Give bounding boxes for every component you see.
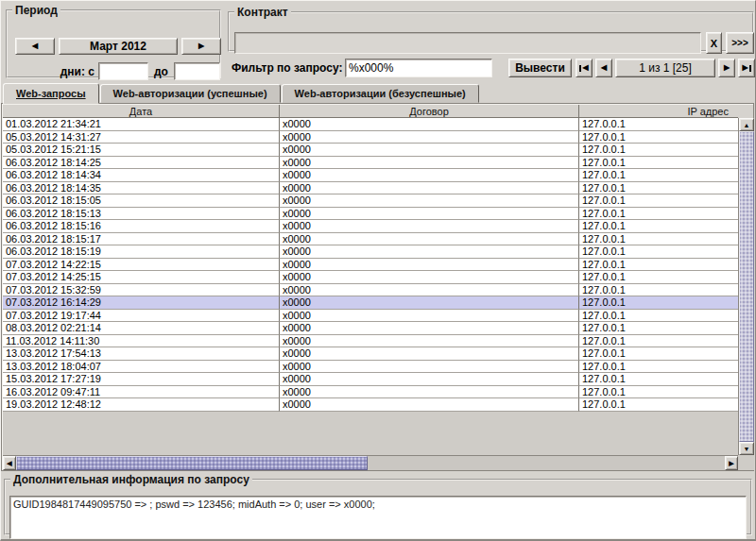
table-cell: 07.03.2012 14:22:15 (3, 259, 280, 272)
prev-page-button[interactable]: ◀ (595, 59, 612, 77)
table-cell: 127.0.0.1 (579, 182, 738, 195)
column-header-date[interactable]: Дата (3, 105, 280, 118)
table-cell: 127.0.0.1 (579, 322, 738, 335)
tab-web-auth-failed[interactable]: Web-авторизации (безуспешные) (282, 84, 479, 103)
vertical-scrollbar-thumb[interactable] (739, 131, 754, 442)
table-cell: 08.03.2012 02:21:14 (3, 322, 280, 335)
table-row[interactable]: 06.03.2012 18:15:17x0000127.0.0.1 (3, 233, 738, 246)
table-cell: 127.0.0.1 (579, 335, 738, 348)
table-cell: x0000 (280, 347, 579, 361)
table-cell: 19.03.2012 12:48:12 (3, 398, 280, 412)
table-row[interactable]: 07.03.2012 14:25:15x0000127.0.0.1 (3, 271, 738, 284)
last-page-button[interactable]: ▶ (738, 59, 755, 77)
table-cell: x0000 (280, 398, 579, 412)
table-cell: 127.0.0.1 (579, 373, 738, 386)
contract-browse-button[interactable]: >>> (726, 32, 754, 54)
scrollbar-corner (738, 455, 754, 470)
days-to-input[interactable] (174, 62, 220, 80)
table-row[interactable]: 06.03.2012 18:14:35x0000127.0.0.1 (3, 182, 738, 195)
days-from-input[interactable] (98, 62, 148, 80)
table-cell: x0000 (280, 284, 579, 297)
table-row[interactable]: 06.03.2012 18:15:19x0000127.0.0.1 (3, 245, 738, 259)
tab-web-auth-success[interactable]: Web-авторизации (успешные) (100, 84, 281, 103)
table-row[interactable]: 06.03.2012 18:15:13x0000127.0.0.1 (3, 208, 738, 221)
table-row[interactable]: 01.03.2012 21:34:21x0000127.0.0.1 (3, 118, 738, 131)
table-cell: 127.0.0.1 (579, 208, 738, 221)
table-row[interactable]: 07.03.2012 14:22:15x0000127.0.0.1 (3, 259, 738, 272)
table-row[interactable]: 05.03.2012 15:21:15x0000127.0.0.1 (3, 144, 738, 157)
scroll-left-button[interactable]: ◀ (3, 456, 16, 470)
table-row[interactable]: 05.03.2012 14:31:27x0000127.0.0.1 (3, 131, 738, 144)
additional-info-text[interactable]: GUID1984817449095750 => ; pswd => 123456… (9, 496, 747, 539)
next-page-icon: ▶ (724, 64, 730, 72)
table-cell: 06.03.2012 18:14:34 (3, 169, 280, 182)
table-cell: 06.03.2012 18:15:19 (3, 245, 280, 259)
page-status: 1 из 1 [25] (615, 59, 715, 77)
table-cell: 07.03.2012 15:32:59 (3, 284, 280, 297)
scroll-up-button[interactable]: ▲ (739, 118, 754, 131)
scroll-right-icon: ▶ (729, 460, 733, 466)
filter-label: Фильтр по запросу: (232, 61, 342, 75)
filter-query-input[interactable] (345, 59, 492, 77)
table-row[interactable]: 08.03.2012 02:21:14x0000127.0.0.1 (3, 322, 738, 335)
table-row[interactable]: 07.03.2012 15:32:59x0000127.0.0.1 (3, 284, 738, 297)
show-button[interactable]: Вывести (508, 59, 572, 77)
table-cell: 127.0.0.1 (579, 361, 738, 374)
table-row[interactable]: 13.03.2012 18:04:07x0000127.0.0.1 (3, 361, 738, 374)
table-cell: x0000 (280, 296, 579, 310)
table-row[interactable]: 06.03.2012 18:15:05x0000127.0.0.1 (3, 194, 738, 208)
contract-field[interactable] (234, 32, 701, 54)
table-cell: x0000 (280, 361, 579, 374)
table-cell: x0000 (280, 118, 579, 131)
table-cell: 127.0.0.1 (579, 386, 738, 399)
table-cell: 06.03.2012 18:15:05 (3, 194, 280, 208)
contract-legend: Контракт (234, 6, 291, 19)
table-cell: x0000 (280, 335, 579, 348)
tab-content-panel: Дата Договор IP адрес 01.03.2012 21:34:2… (1, 103, 754, 471)
next-month-button[interactable]: ▶ (181, 38, 221, 55)
table-cell: 13.03.2012 17:54:13 (3, 347, 280, 361)
table-cell: 07.03.2012 14:25:15 (3, 271, 280, 284)
table-row[interactable]: 13.03.2012 17:54:13x0000127.0.0.1 (3, 347, 738, 361)
table-cell: 127.0.0.1 (579, 259, 738, 272)
more-label: >>> (731, 38, 748, 48)
horizontal-scrollbar[interactable]: ◀ ▶ (3, 455, 738, 470)
table-row[interactable]: 07.03.2012 19:17:44x0000127.0.0.1 (3, 310, 738, 323)
table-cell: 06.03.2012 18:15:13 (3, 208, 280, 221)
next-page-button[interactable]: ▶ (718, 59, 735, 77)
table-row[interactable]: 15.03.2012 17:27:19x0000127.0.0.1 (3, 373, 738, 386)
column-header-ip[interactable]: IP адрес (579, 105, 738, 118)
month-button[interactable]: Март 2012 (59, 38, 178, 55)
horizontal-scrollbar-thumb[interactable] (16, 456, 368, 470)
last-page-icon (749, 65, 751, 72)
table-cell: 05.03.2012 15:21:15 (3, 144, 280, 157)
table-cell: x0000 (280, 157, 579, 170)
first-page-button[interactable]: ◀ (576, 59, 593, 77)
column-header-contract[interactable]: Договор (280, 105, 579, 118)
table-row[interactable]: 06.03.2012 18:15:16x0000127.0.0.1 (3, 220, 738, 233)
horizontal-scrollbar-track[interactable] (368, 456, 725, 470)
table-row[interactable]: 11.03.2012 14:11:30x0000127.0.0.1 (3, 335, 738, 348)
table-cell: 06.03.2012 18:15:16 (3, 220, 280, 233)
tab-web-requests[interactable]: Web-запросы (3, 83, 99, 104)
table-cell: 127.0.0.1 (579, 131, 738, 144)
table-row[interactable]: 16.03.2012 09:47:11x0000127.0.0.1 (3, 386, 738, 399)
scroll-down-button[interactable]: ▼ (739, 442, 754, 455)
table-cell: 127.0.0.1 (579, 347, 738, 361)
table-cell: 06.03.2012 18:14:25 (3, 157, 280, 170)
prev-month-button[interactable]: ◀ (15, 38, 55, 55)
table-row[interactable]: 07.03.2012 16:14:29x0000127.0.0.1 (3, 296, 738, 310)
period-legend: Период (12, 4, 60, 17)
table-cell: 15.03.2012 17:27:19 (3, 373, 280, 386)
clear-contract-button[interactable]: X (706, 32, 722, 54)
month-label: Март 2012 (90, 40, 146, 53)
table-cell: x0000 (280, 169, 579, 182)
table-row[interactable]: 06.03.2012 18:14:34x0000127.0.0.1 (3, 169, 738, 182)
table-row[interactable]: 19.03.2012 12:48:12x0000127.0.0.1 (3, 398, 738, 412)
scroll-right-button[interactable]: ▶ (725, 456, 738, 470)
table-row[interactable]: 06.03.2012 18:14:25x0000127.0.0.1 (3, 157, 738, 170)
table-cell: 06.03.2012 18:14:35 (3, 182, 280, 195)
additional-info-legend: Дополнительная информация по запросу (10, 473, 252, 486)
table-cell: 16.03.2012 09:47:11 (3, 386, 280, 399)
vertical-scrollbar[interactable]: ▲ ▼ (738, 118, 754, 455)
